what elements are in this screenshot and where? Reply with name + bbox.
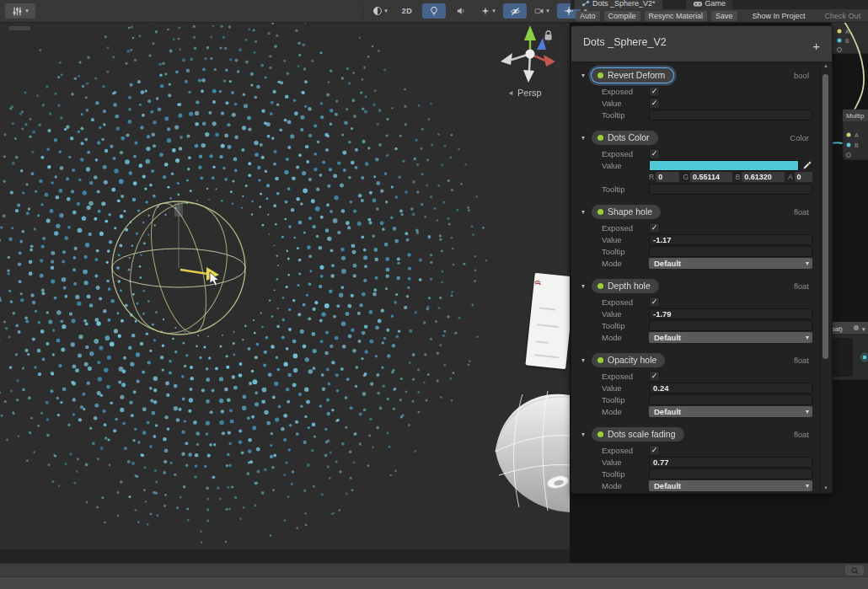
exposed-checkbox[interactable]: ✓ — [649, 445, 660, 456]
float-property-node[interactable]: oat) ▾ — [828, 322, 868, 380]
value-field[interactable]: 0.77 — [649, 457, 812, 468]
dome-mesh-object[interactable] — [494, 386, 570, 529]
svg-text:▾: ▾ — [862, 326, 865, 332]
svg-text:B: B — [845, 38, 849, 44]
axis-cone[interactable] — [523, 70, 534, 83]
exposed-checkbox[interactable]: ✓ — [649, 148, 660, 159]
speaker-icon — [456, 6, 466, 16]
property-pill[interactable]: Revert Deform — [592, 68, 673, 83]
tab-game[interactable]: Game — [686, 0, 733, 9]
camera-icon — [534, 6, 544, 16]
property-pill[interactable]: Depth hole — [592, 279, 659, 293]
lightbulb-icon — [429, 6, 439, 16]
property-revert-deform: ▾ Revert Deform bool Exposed ✓ Value ✓ T… — [571, 62, 821, 124]
exposed-checkbox[interactable]: ✓ — [649, 371, 660, 382]
exposed-checkbox[interactable]: ✓ — [649, 222, 660, 233]
exposed-dot-icon — [597, 357, 603, 363]
exposed-dot-icon — [597, 209, 603, 215]
property-type: float — [794, 430, 809, 439]
tooltip-field[interactable] — [649, 469, 812, 479]
scene-effects-button[interactable]: ▾ — [476, 3, 500, 19]
tooltip-field[interactable] — [649, 246, 812, 257]
exposed-checkbox[interactable]: ✓ — [649, 86, 660, 97]
draw-mode-button[interactable]: ▾ — [368, 3, 392, 19]
value-field[interactable]: 0.24 — [649, 383, 812, 394]
value-checkbox[interactable]: ✓ — [649, 98, 660, 109]
chevron-down-icon[interactable]: ▾ — [581, 72, 592, 79]
tooltip-field[interactable] — [649, 394, 812, 405]
resync-material-button[interactable]: Resync Material — [645, 11, 708, 21]
property-pill[interactable]: Opacity hole — [592, 353, 665, 367]
tooltip-field[interactable] — [649, 320, 812, 331]
check-out-button[interactable]: Check Out — [821, 11, 865, 21]
mode-dropdown[interactable]: Default▾ — [649, 406, 812, 417]
scene-view[interactable]: x z ◄ Persp — [0, 22, 570, 549]
chevron-down-icon[interactable]: ▾ — [581, 431, 592, 438]
collapsed-overlay-handle[interactable] — [8, 26, 30, 30]
property-type: float — [794, 281, 809, 291]
chevron-down-icon[interactable]: ▾ — [581, 208, 592, 216]
tab-shader-graph[interactable]: Dots _Sphere_V2* — [575, 0, 662, 9]
exposed-dot-icon — [597, 283, 603, 289]
scene-camera-button[interactable]: ▾ — [530, 3, 554, 19]
chevron-down-icon[interactable]: ▾ — [581, 282, 592, 290]
channel-b-field[interactable]: 0.61320 — [742, 172, 785, 182]
chevron-down-icon[interactable]: ▾ — [581, 356, 592, 364]
property-list: ▾ Revert Deform bool Exposed ✓ Value ✓ T… — [571, 62, 821, 493]
mode-dropdown[interactable]: Default▾ — [649, 332, 812, 343]
axis-cone[interactable] — [501, 53, 512, 65]
scene-visibility-button[interactable] — [503, 3, 527, 19]
property-type: float — [794, 207, 809, 217]
chevron-down-icon[interactable]: ▾ — [581, 134, 592, 142]
exposed-dot-icon — [597, 135, 603, 141]
auto-button[interactable]: Auto — [576, 11, 600, 21]
channel-r-field[interactable]: 0 — [656, 172, 679, 182]
tooltip-field[interactable] — [649, 184, 812, 195]
search-button[interactable] — [845, 565, 864, 576]
y-axis-cone[interactable] — [524, 25, 536, 40]
scene-lighting-button[interactable] — [422, 3, 446, 19]
compile-button[interactable]: Compile — [604, 11, 640, 21]
channel-a-field[interactable]: 0 — [795, 172, 812, 182]
multiply-node[interactable]: Multip A B — [843, 110, 868, 160]
chevron-down-icon: ▾ — [492, 8, 496, 14]
value-field[interactable]: -1.79 — [649, 308, 812, 319]
gamepad-icon — [693, 0, 703, 8]
x-axis-cone[interactable] — [544, 55, 555, 67]
exposed-dot-icon — [597, 72, 603, 78]
add-property-button[interactable]: + — [812, 41, 820, 51]
eyedropper-icon[interactable] — [802, 160, 812, 170]
tools-overlay-button[interactable]: ▾ — [5, 3, 35, 19]
mode-dropdown[interactable]: Default▾ — [649, 480, 812, 491]
property-pill[interactable]: Dots scale fading — [592, 427, 684, 442]
color-channels: R0 G0.55114 B0.61320 A0 — [649, 172, 812, 182]
mixer-tool-icon — [12, 6, 23, 17]
property-type: float — [794, 356, 809, 365]
z-axis-cone[interactable] — [537, 38, 546, 50]
persp-arrow-icon: ◄ — [507, 89, 514, 97]
show-in-project-button[interactable]: Show In Project — [748, 11, 810, 21]
persp-indicator[interactable]: ◄ Persp — [507, 88, 542, 98]
property-pill[interactable]: Dots Color — [592, 131, 658, 145]
property-pill[interactable]: Shape hole — [592, 205, 661, 219]
tooltip-field[interactable] — [649, 110, 812, 120]
value-field[interactable]: -1.17 — [649, 234, 812, 245]
toggle-2d-button[interactable]: 2D — [395, 3, 419, 19]
scroll-up-icon[interactable]: ▲ — [821, 63, 831, 68]
lock-icon[interactable] — [545, 31, 552, 40]
save-button[interactable]: Save — [711, 11, 737, 21]
exposed-checkbox[interactable]: ✓ — [649, 297, 660, 308]
scroll-down-icon[interactable]: ▼ — [821, 485, 831, 490]
mode-dropdown[interactable]: Default▾ — [649, 258, 812, 269]
channel-g-field[interactable]: 0.55114 — [690, 172, 732, 182]
color-swatch[interactable] — [649, 160, 799, 171]
y-axis-handle-cap[interactable] — [174, 203, 183, 217]
graph-node-fragment[interactable]: A B — [831, 22, 868, 54]
gizmo-center[interactable] — [526, 50, 535, 59]
effects-sparkle-icon — [480, 6, 490, 16]
blackboard-scrollbar[interactable]: ▲ ▼ — [820, 62, 831, 491]
blackboard-header[interactable]: Dots _Sphere_V2 + — [571, 26, 832, 62]
scrollbar-thumb[interactable] — [822, 74, 828, 359]
property-depth-hole: ▾ Depth hole float Exposed ✓ Value -1.79… — [571, 272, 821, 346]
scene-audio-button[interactable] — [449, 3, 473, 19]
